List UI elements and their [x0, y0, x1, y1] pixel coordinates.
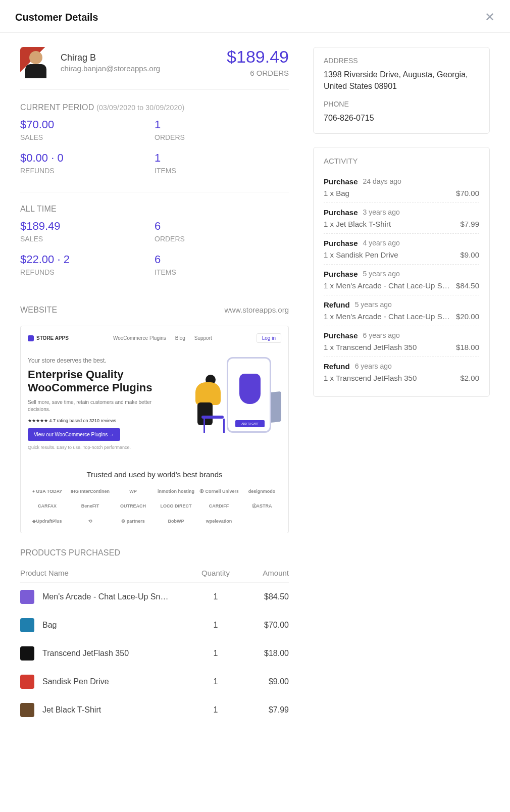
page-title: Customer Details — [15, 12, 98, 23]
product-qty: 1 — [193, 649, 238, 658]
website-nav-support[interactable]: Support — [194, 335, 212, 341]
products-col-name: Product Name — [20, 569, 193, 577]
product-image — [20, 675, 34, 689]
profile-row: Chirag B chirag.banjan@storeapps.org $18… — [20, 47, 289, 90]
activity-date: 6 years ago — [363, 331, 400, 339]
activity-desc: 1 x Sandisk Pen Drive — [324, 250, 460, 259]
product-name: Transcend JetFlash 350 — [42, 649, 193, 658]
website-nav-plugins[interactable]: WooCommerce Plugins — [113, 335, 166, 341]
current-items-label: ITEMS — [155, 167, 289, 175]
activity-type: Purchase — [324, 208, 358, 217]
product-row[interactable]: Jet Black T-Shirt1$7.99 — [20, 696, 289, 724]
address-card: ADDRESS 1398 Riverside Drive, Augusta, G… — [313, 47, 490, 134]
product-name: Bag — [42, 621, 193, 630]
current-refunds-value: $0.00 · 0 — [20, 151, 155, 165]
product-image — [20, 646, 34, 661]
products-block: PRODUCTS PURCHASED Product Name Quantity… — [20, 548, 289, 724]
website-tagline: Your store deserves the best. — [28, 357, 175, 364]
activity-item[interactable]: Purchase5 years ago1 x Men's Arcade - Ch… — [324, 265, 479, 295]
activity-item[interactable]: Refund6 years ago1 x Transcend JetFlash … — [324, 357, 479, 387]
activity-type: Refund — [324, 300, 350, 309]
website-headline: Enterprise Quality WooCommerce Plugins — [28, 368, 175, 395]
product-amount: $84.50 — [238, 592, 289, 601]
alltime-block: ALL TIME $189.49 SALES 6 ORDERS $22.00 ·… — [20, 205, 289, 293]
website-brand: STORE APPS — [28, 335, 69, 341]
alltime-refunds-label: REFUNDS — [20, 268, 155, 276]
product-image — [20, 590, 34, 604]
brand-logo: ⚙ partners — [114, 519, 152, 524]
current-label: CURRENT PERIOD — [20, 103, 94, 112]
website-logos: ● USA TODAYIHG InterContinentalWPinmotio… — [28, 489, 281, 524]
brand-logo: CARDIFF — [199, 503, 238, 509]
current-period-block: CURRENT PERIOD (03/09/2020 to 30/09/2020… — [20, 103, 289, 192]
activity-item[interactable]: Purchase6 years ago1 x Transcend JetFlas… — [324, 326, 479, 357]
current-orders-label: ORDERS — [155, 133, 289, 141]
product-row[interactable]: Bag1$70.00 — [20, 611, 289, 639]
current-orders-value: 1 — [155, 118, 289, 131]
product-amount: $18.00 — [238, 649, 289, 658]
activity-date: 5 years ago — [355, 300, 392, 309]
activity-item[interactable]: Purchase4 years ago1 x Sandisk Pen Drive… — [324, 234, 479, 265]
address-label: ADDRESS — [324, 57, 479, 65]
website-cta-button[interactable]: View our WooCommerce Plugins → — [28, 428, 120, 441]
product-qty: 1 — [193, 705, 238, 715]
customer-total: $189.49 — [227, 47, 289, 67]
brand-logo: ⟲ — [71, 519, 110, 524]
activity-desc: 1 x Transcend JetFlash 350 — [324, 374, 460, 382]
product-row[interactable]: Sandisk Pen Drive1$9.00 — [20, 668, 289, 696]
activity-item[interactable]: Purchase3 years ago1 x Jet Black T-Shirt… — [324, 203, 479, 234]
brand-logo: BeneFIT — [71, 503, 110, 509]
product-amount: $7.99 — [238, 705, 289, 715]
activity-amount: $20.00 — [456, 312, 479, 321]
product-row[interactable]: Men's Arcade - Chat Lace-Up Sn…1$84.50 — [20, 583, 289, 611]
website-label: WEBSITE — [20, 306, 57, 315]
address-value: 1398 Riverside Drive, Augusta, Georgia, … — [324, 69, 479, 92]
activity-desc: 1 x Bag — [324, 189, 456, 197]
brand-logo: WP — [114, 489, 152, 494]
activity-date: 3 years ago — [363, 208, 400, 216]
brand-logo: inmotion hosting — [157, 489, 195, 494]
brand-logo: wpelevation — [199, 519, 238, 524]
brand-logo: designmodo — [242, 489, 281, 494]
activity-amount: $2.00 — [460, 374, 479, 382]
activity-amount: $70.00 — [456, 189, 479, 197]
activity-item[interactable]: Purchase24 days ago1 x Bag$70.00 — [324, 172, 479, 203]
alltime-label: ALL TIME — [20, 205, 289, 214]
current-items-value: 1 — [155, 151, 289, 165]
activity-date: 4 years ago — [363, 239, 400, 247]
activity-type: Refund — [324, 362, 350, 371]
phone-label: PHONE — [324, 100, 479, 108]
activity-desc: 1 x Men's Arcade - Chat Lace-Up S… — [324, 312, 456, 321]
product-name: Sandisk Pen Drive — [42, 677, 193, 686]
activity-amount: $18.00 — [456, 343, 479, 351]
brand-logo: ⒶASTRA — [242, 503, 281, 510]
activity-desc: 1 x Jet Black T-Shirt — [324, 220, 460, 228]
activity-date: 24 days ago — [363, 177, 401, 185]
product-amount: $70.00 — [238, 621, 289, 630]
brand-logo: ⦿ Cornell University — [199, 489, 238, 494]
customer-name: Chirag B — [61, 53, 160, 63]
order-count: 6 ORDERS — [227, 69, 289, 77]
website-block: WEBSITE www.storeapps.org STORE APPS Woo… — [20, 306, 289, 533]
website-illustration: ADD TO CART — [185, 357, 281, 433]
products-label: PRODUCTS PURCHASED — [20, 548, 289, 557]
alltime-sales-value: $189.49 — [20, 220, 155, 233]
current-sales-value: $70.00 — [20, 118, 155, 131]
website-url[interactable]: www.storeapps.org — [224, 306, 289, 321]
product-qty: 1 — [193, 621, 238, 630]
activity-item[interactable]: Refund5 years ago1 x Men's Arcade - Chat… — [324, 295, 479, 326]
product-name: Men's Arcade - Chat Lace-Up Sn… — [42, 592, 193, 601]
brand-logo: BobWP — [157, 519, 195, 524]
product-image — [20, 618, 34, 632]
product-row[interactable]: Transcend JetFlash 3501$18.00 — [20, 639, 289, 668]
activity-date: 6 years ago — [355, 362, 392, 370]
activity-label: ACTIVITY — [324, 157, 479, 165]
product-qty: 1 — [193, 592, 238, 601]
alltime-refunds-value: $22.00 · 2 — [20, 253, 155, 266]
brand-logo: IHG InterContinental — [71, 489, 110, 494]
activity-desc: 1 x Transcend JetFlash 350 — [324, 343, 456, 351]
website-login[interactable]: Log in — [257, 333, 281, 343]
website-nav-blog[interactable]: Blog — [175, 335, 185, 341]
current-range: (03/09/2020 to 30/09/2020) — [96, 104, 184, 112]
close-icon[interactable]: ✕ — [485, 10, 495, 24]
